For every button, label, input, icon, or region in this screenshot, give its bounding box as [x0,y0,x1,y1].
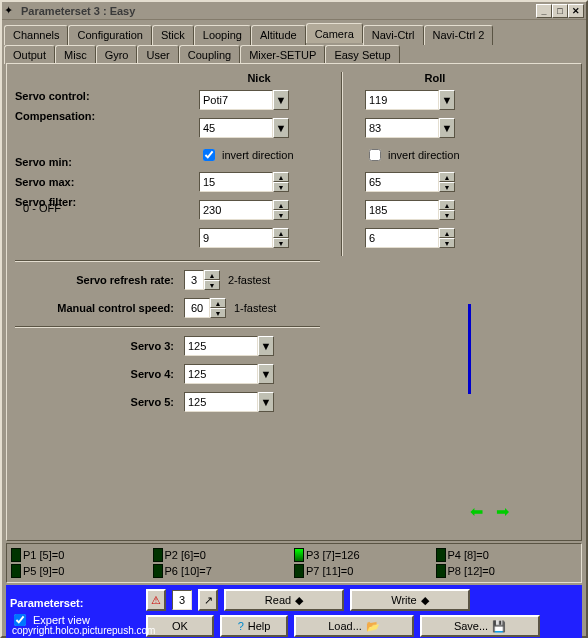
roll-compensation-input[interactable] [365,118,439,138]
spin-down-icon[interactable]: ▼ [439,238,455,248]
nick-servo-control-combo[interactable]: ▼ [199,90,299,110]
tab-altitude[interactable]: Altitude [251,25,306,45]
toggle-button[interactable]: ↗ [198,589,218,611]
nick-servo-filter-spin[interactable]: ▲▼ [199,228,299,248]
minimize-button[interactable]: _ [536,4,552,18]
nick-compensation-combo[interactable]: ▼ [199,118,299,138]
label-servo3: Servo 3: [15,340,180,352]
tab-coupling[interactable]: Coupling [179,45,240,64]
nick-servo-filter-input[interactable] [199,228,273,248]
servo4-combo[interactable]: ▼ [184,364,284,384]
spin-down-icon[interactable]: ▼ [273,238,289,248]
servo5-input[interactable] [184,392,258,412]
tab-mixer-setup[interactable]: Mixer-SETUP [240,45,325,64]
load-button[interactable]: Load...📂 [294,615,414,637]
set-num-spin[interactable] [172,590,192,610]
tab-configuration[interactable]: Configuration [68,25,151,45]
tab-navi-ctrl[interactable]: Navi-Ctrl [363,25,424,45]
roll-servo-max-input[interactable] [365,200,439,220]
pstat-p2: P2 [6]=0 [153,548,295,562]
help-button[interactable]: ?Help [220,615,288,637]
spin-up-icon[interactable]: ▲ [273,172,289,182]
servo3-input[interactable] [184,336,258,356]
save-button[interactable]: Save...💾 [420,615,540,637]
spin-down-icon[interactable]: ▼ [204,280,220,290]
tab-easy-setup[interactable]: Easy Setup [325,45,399,64]
spin-up-icon[interactable]: ▲ [273,200,289,210]
servo3-combo[interactable]: ▼ [184,336,284,356]
nick-servo-min-input[interactable] [199,172,273,192]
app-window: ✦ Parameterset 3 : Easy _ □ ✕ Channels C… [0,0,588,638]
column-separator [341,72,343,256]
dropdown-icon[interactable]: ▼ [439,90,455,110]
header-roll: Roll [365,72,505,84]
manual-speed-input[interactable] [184,298,210,318]
read-button[interactable]: Read◆ [224,589,344,611]
roll-servo-control-combo[interactable]: ▼ [365,90,465,110]
tab-navi-ctrl-2[interactable]: Navi-Ctrl 2 [424,25,494,45]
roll-servo-min-input[interactable] [365,172,439,192]
tab-output[interactable]: Output [4,45,55,64]
tab-camera[interactable]: Camera [306,23,363,43]
roll-servo-min-spin[interactable]: ▲▼ [365,172,465,192]
spin-up-icon[interactable]: ▲ [210,298,226,308]
tab-channels[interactable]: Channels [4,25,68,45]
servo5-combo[interactable]: ▼ [184,392,284,412]
dropdown-icon[interactable]: ▼ [273,90,289,110]
spin-up-icon[interactable]: ▲ [204,270,220,280]
dropdown-icon[interactable]: ▼ [439,118,455,138]
title-bar: ✦ Parameterset 3 : Easy _ □ ✕ [2,2,586,20]
toggle-icon: ↗ [204,594,213,607]
roll-invert-checkbox[interactable] [369,149,381,161]
spin-up-icon[interactable]: ▲ [439,172,455,182]
label-servo-max: Servo max: [15,176,175,188]
roll-compensation-combo[interactable]: ▼ [365,118,465,138]
refresh-rate-spin[interactable]: ▲▼ [184,270,220,290]
nick-invert-checkbox[interactable] [203,149,215,161]
set-num-input[interactable] [172,590,192,610]
nick-servo-min-spin[interactable]: ▲▼ [199,172,299,192]
ok-button[interactable]: OK [146,615,214,637]
roll-servo-control-input[interactable] [365,90,439,110]
dropdown-icon[interactable]: ▼ [258,392,274,412]
spin-up-icon[interactable]: ▲ [439,228,455,238]
app-icon: ✦ [4,4,18,18]
refresh-rate-input[interactable] [184,270,204,290]
nick-servo-max-spin[interactable]: ▲▼ [199,200,299,220]
spin-up-icon[interactable]: ▲ [273,228,289,238]
tab-gyro[interactable]: Gyro [96,45,138,64]
roll-servo-filter-input[interactable] [365,228,439,248]
nick-servo-control-input[interactable] [199,90,273,110]
roll-column: Roll ▼ ▼ invert direction ▲▼ ▲▼ ▲▼ [365,72,505,256]
dropdown-icon[interactable]: ▼ [273,118,289,138]
write-button[interactable]: Write◆ [350,589,470,611]
spin-down-icon[interactable]: ▼ [439,210,455,220]
arrow-left-icon[interactable]: ⬅ [467,502,485,520]
pstat-p3: P3 [7]=126 [294,548,436,562]
nick-servo-max-input[interactable] [199,200,273,220]
manual-speed-spin[interactable]: ▲▼ [184,298,226,318]
tab-user[interactable]: User [137,45,178,64]
arrow-right-icon[interactable]: ➡ [493,502,511,520]
roll-servo-filter-spin[interactable]: ▲▼ [365,228,465,248]
dropdown-icon[interactable]: ▼ [258,364,274,384]
roll-servo-max-spin[interactable]: ▲▼ [365,200,465,220]
maximize-button[interactable]: □ [552,4,568,18]
pstat-p5: P5 [9]=0 [11,564,153,578]
spin-down-icon[interactable]: ▼ [273,210,289,220]
close-button[interactable]: ✕ [568,4,584,18]
spin-down-icon[interactable]: ▼ [439,182,455,192]
tab-misc[interactable]: Misc [55,45,96,64]
pstat-p8: P8 [12]=0 [436,564,578,578]
tab-row-2: Output Misc Gyro User Coupling Mixer-SET… [2,44,586,63]
tab-looping[interactable]: Looping [194,25,251,45]
nav-arrows: ⬅ ➡ [467,502,511,520]
dropdown-icon[interactable]: ▼ [258,336,274,356]
spin-down-icon[interactable]: ▼ [210,308,226,318]
warning-button[interactable]: ⚠ [146,589,166,611]
tab-stick[interactable]: Stick [152,25,194,45]
spin-down-icon[interactable]: ▼ [273,182,289,192]
servo4-input[interactable] [184,364,258,384]
spin-up-icon[interactable]: ▲ [439,200,455,210]
nick-compensation-input[interactable] [199,118,273,138]
